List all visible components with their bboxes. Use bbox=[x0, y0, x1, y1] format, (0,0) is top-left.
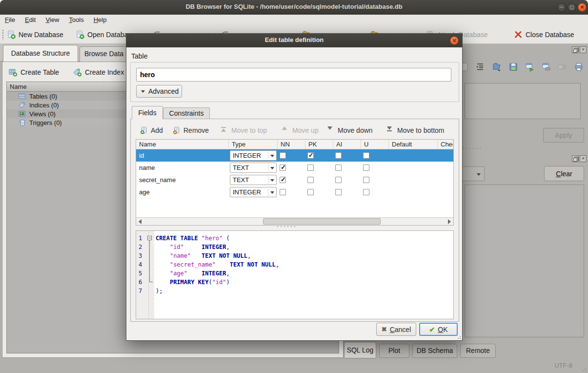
open-external-icon[interactable] bbox=[525, 62, 536, 73]
minimize-button[interactable]: ─ bbox=[557, 3, 566, 12]
remove-button[interactable]: Remove bbox=[173, 124, 209, 137]
u-checkbox[interactable] bbox=[363, 177, 369, 183]
nn-checkbox[interactable] bbox=[280, 189, 286, 195]
type-combobox[interactable]: INTEGER bbox=[230, 150, 277, 161]
field-row-name[interactable]: nameTEXT bbox=[136, 162, 453, 174]
scroll-right-icon[interactable] bbox=[448, 219, 451, 224]
advanced-button[interactable]: Advanced bbox=[136, 85, 182, 98]
field-u-cell bbox=[361, 165, 389, 171]
ai-checkbox[interactable] bbox=[335, 165, 342, 171]
menu-file[interactable]: File bbox=[0, 15, 20, 25]
close-window-button[interactable]: ✕ bbox=[578, 3, 587, 12]
u-checkbox[interactable] bbox=[363, 165, 369, 171]
pk-checkbox[interactable] bbox=[307, 152, 314, 159]
pk-checkbox[interactable] bbox=[307, 189, 314, 195]
hscrollbar-handle[interactable] bbox=[263, 218, 381, 225]
dialog-close-button[interactable]: ✕ bbox=[450, 36, 459, 45]
tab-constraints[interactable]: Constraints bbox=[163, 107, 210, 119]
table-name-input[interactable]: hero bbox=[136, 68, 451, 82]
close-database-icon bbox=[514, 30, 523, 39]
nn-checkbox[interactable] bbox=[280, 177, 286, 183]
field-row-id[interactable]: idINTEGER bbox=[136, 149, 453, 162]
move-to-top-button[interactable]: Move to top bbox=[221, 124, 267, 137]
ai-checkbox[interactable] bbox=[335, 152, 342, 159]
maximize-button[interactable]: ◻ bbox=[568, 3, 576, 12]
move-up-button[interactable]: Move up bbox=[282, 124, 319, 137]
add-button[interactable]: Add bbox=[140, 124, 163, 137]
move-down-button[interactable]: Move down bbox=[327, 124, 373, 137]
tab-db-schema[interactable]: DB Schema bbox=[412, 344, 457, 358]
column-header-type[interactable]: Type bbox=[229, 140, 278, 149]
column-header-default[interactable]: Default bbox=[389, 140, 438, 149]
sql-log-area[interactable] bbox=[465, 185, 584, 337]
export-cell-icon[interactable] bbox=[508, 62, 519, 73]
tab-browse-data[interactable]: Browse Data bbox=[80, 46, 128, 62]
toolbar-drag-handle[interactable] bbox=[2, 29, 4, 40]
tab-remote[interactable]: Remote bbox=[460, 344, 496, 358]
tab-plot[interactable]: Plot bbox=[379, 344, 409, 358]
log-dock-float-icon[interactable] bbox=[572, 155, 579, 162]
type-combobox[interactable]: INTEGER bbox=[230, 187, 277, 197]
link-window-icon[interactable] bbox=[542, 62, 552, 73]
dock-splitter-handle[interactable] bbox=[463, 148, 484, 150]
u-checkbox[interactable] bbox=[363, 189, 369, 195]
panel-splitter-handle[interactable] bbox=[277, 226, 299, 228]
nn-checkbox[interactable] bbox=[280, 152, 286, 159]
tab-fields[interactable]: Fields bbox=[132, 106, 163, 119]
column-header-u[interactable]: U bbox=[361, 140, 389, 149]
pk-checkbox[interactable] bbox=[307, 177, 314, 183]
clear-log-button[interactable]: Clear bbox=[544, 166, 584, 181]
column-header-check[interactable]: Check bbox=[438, 140, 453, 149]
menu-view[interactable]: View bbox=[41, 15, 64, 25]
ok-button[interactable]: ✔ OK bbox=[419, 323, 458, 336]
dialog-resize-grip[interactable] bbox=[456, 334, 461, 339]
move-to-bottom-button[interactable]: Move to bottom bbox=[386, 124, 445, 137]
u-checkbox[interactable] bbox=[363, 152, 369, 159]
cell-editor-textarea[interactable] bbox=[465, 83, 581, 119]
close-database-label: Close Database bbox=[526, 31, 574, 39]
column-header-ai[interactable]: AI bbox=[333, 140, 361, 149]
column-header-pk[interactable]: PK bbox=[305, 140, 333, 149]
menu-help[interactable]: Help bbox=[89, 15, 112, 25]
field-name-cell[interactable]: age bbox=[136, 188, 229, 196]
column-header-nn[interactable]: NN bbox=[278, 140, 305, 149]
close-database-button[interactable]: Close Database bbox=[514, 28, 574, 41]
column-header-name[interactable]: Name bbox=[136, 140, 229, 149]
field-name-cell[interactable]: id bbox=[136, 152, 229, 159]
create-index-button[interactable]: Create Index bbox=[73, 66, 124, 79]
ai-checkbox[interactable] bbox=[335, 189, 342, 195]
new-database-button[interactable]: New Database bbox=[7, 28, 63, 41]
cancel-button[interactable]: ✖ Cancel bbox=[376, 323, 416, 336]
create-table-button[interactable]: Create Table bbox=[8, 66, 59, 79]
word-wrap-icon[interactable] bbox=[475, 62, 486, 73]
menu-edit[interactable]: Edit bbox=[20, 15, 41, 25]
field-name-cell[interactable]: secret_name bbox=[136, 176, 229, 184]
field-pk-cell bbox=[305, 152, 333, 159]
move-down-icon bbox=[327, 126, 335, 134]
field-row-secret_name[interactable]: secret_nameTEXT bbox=[136, 174, 453, 186]
dock-float-icon[interactable] bbox=[572, 46, 579, 53]
pk-checkbox[interactable] bbox=[307, 165, 314, 171]
type-combobox[interactable]: TEXT bbox=[230, 163, 277, 173]
tab-database-structure[interactable]: Database Structure bbox=[3, 45, 78, 62]
import-cell-icon[interactable] bbox=[492, 62, 503, 73]
scroll-left-icon[interactable] bbox=[139, 219, 142, 224]
dialog-titlebar[interactable]: Edit table definition ✕ bbox=[126, 34, 462, 47]
ai-checkbox[interactable] bbox=[335, 177, 342, 183]
menu-tools[interactable]: Tools bbox=[64, 15, 88, 25]
fold-collapse-icon[interactable] bbox=[147, 236, 152, 240]
field-name-cell[interactable]: name bbox=[136, 164, 229, 171]
window-titlebar[interactable]: DB Browser for SQLite - /home/user/code/… bbox=[0, 0, 588, 15]
type-combobox[interactable]: TEXT bbox=[230, 175, 277, 185]
field-row-age[interactable]: ageINTEGER bbox=[136, 186, 453, 198]
window-resize-grip[interactable] bbox=[581, 366, 586, 371]
nn-checkbox[interactable] bbox=[280, 165, 286, 171]
fields-table: NameTypeNNPKAIUDefaultCheck idINTEGERnam… bbox=[136, 139, 454, 226]
log-dock-close-icon[interactable]: ✕ bbox=[580, 155, 587, 162]
dock-close-icon[interactable]: ✕ bbox=[580, 46, 587, 53]
fields-table-hscrollbar[interactable] bbox=[136, 217, 453, 225]
set-null-icon[interactable] bbox=[557, 62, 568, 73]
tab-sql-log[interactable]: SQL Log bbox=[344, 342, 376, 358]
print-icon[interactable] bbox=[574, 62, 585, 73]
apply-button[interactable]: Apply bbox=[543, 128, 584, 143]
